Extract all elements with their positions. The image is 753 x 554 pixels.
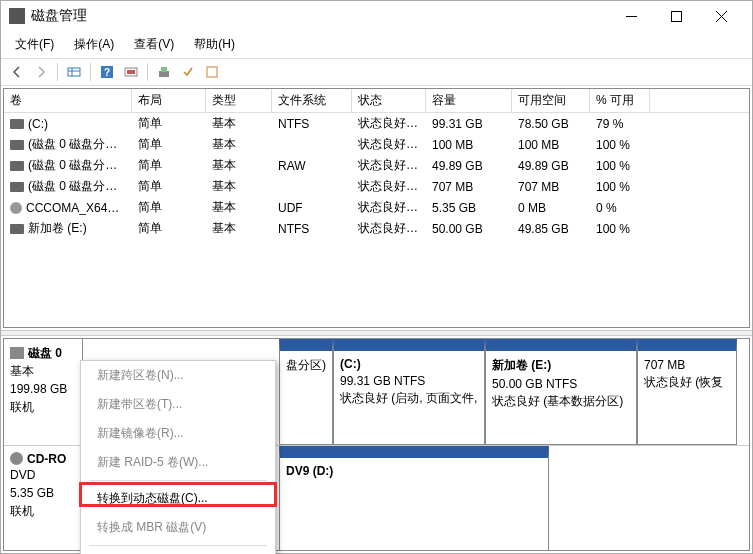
cell: 50.00 GB [426,220,512,238]
drive-icon [10,161,24,171]
cell: 707 MB [426,178,512,196]
volume-row[interactable]: (C:)简单基本NTFS状态良好 (...99.31 GB78.50 GB79 … [4,113,749,134]
cell: CCCOMA_X64FR... [4,199,132,217]
partition[interactable]: DV9 (D:) [279,446,549,551]
cell: 状态良好 (... [352,218,426,239]
menu-item-1[interactable]: 操作(A) [64,33,124,56]
minimize-button[interactable] [609,2,654,30]
action2-button[interactable] [201,62,223,82]
partition[interactable]: 盘分区) [279,339,333,445]
cell: 简单 [132,197,206,218]
drive-icon [10,224,24,234]
cell: 79 % [590,115,650,133]
cell: 0 % [590,199,650,217]
disk-info[interactable]: CD-RODVD5.35 GB联机 [4,446,83,551]
menu-item-3[interactable]: 帮助(H) [184,33,245,56]
cell: 基本 [206,197,272,218]
menu-item-2[interactable]: 查看(V) [124,33,184,56]
context-item: 新建镜像卷(R)... [81,419,275,448]
context-separator [89,545,267,546]
volume-row[interactable]: (磁盘 0 磁盘分区 6)简单基本状态良好 (...707 MB707 MB10… [4,176,749,197]
context-menu: 新建跨区卷(N)...新建带区卷(T)...新建镜像卷(R)...新建 RAID… [80,360,276,554]
column-header[interactable]: 文件系统 [272,89,352,112]
volume-list[interactable]: (C:)简单基本NTFS状态良好 (...99.31 GB78.50 GB79 … [4,113,749,327]
disk-icon [10,347,24,359]
cell: 100 % [590,136,650,154]
cell: 新加卷 (E:) [4,218,132,239]
cell [272,185,352,189]
svg-rect-0 [672,11,682,21]
cell: 707 MB [512,178,590,196]
menu-item-0[interactable]: 文件(F) [5,33,64,56]
toolbar: ? [1,58,752,86]
svg-rect-1 [68,68,80,76]
volume-row[interactable]: CCCOMA_X64FR...简单基本UDF状态良好 (...5.35 GB0 … [4,197,749,218]
cell: 简单 [132,176,206,197]
volume-row[interactable]: (磁盘 0 磁盘分区 1)简单基本状态良好 (...100 MB100 MB10… [4,134,749,155]
column-header[interactable]: 可用空间 [512,89,590,112]
cell: (磁盘 0 磁盘分区 3) [4,155,132,176]
cell: (磁盘 0 磁盘分区 1) [4,134,132,155]
context-item: 新建跨区卷(N)... [81,361,275,390]
app-icon [9,8,25,24]
cd-icon [10,452,23,465]
maximize-button[interactable] [654,2,699,30]
back-button[interactable] [6,62,28,82]
partition[interactable]: (C:)99.31 GB NTFS状态良好 (启动, 页面文件, [333,339,485,445]
cell: 99.31 GB [426,115,512,133]
svg-rect-7 [127,70,135,74]
context-item[interactable]: 转换到动态磁盘(C)... [81,484,275,513]
cell [272,143,352,147]
refresh-button[interactable] [120,62,142,82]
column-header[interactable]: 卷 [4,89,132,112]
cell: 基本 [206,113,272,134]
cell: 状态良好 (... [352,113,426,134]
volume-row[interactable]: (磁盘 0 磁盘分区 3)简单基本RAW状态良好 (...49.89 GB49.… [4,155,749,176]
partition[interactable]: 新加卷 (E:)50.00 GB NTFS状态良好 (基本数据分区) [485,339,637,445]
column-header[interactable]: 容量 [426,89,512,112]
cell: 简单 [132,218,206,239]
cell: 100 % [590,157,650,175]
close-button[interactable] [699,2,744,30]
column-header[interactable]: 类型 [206,89,272,112]
cell: 49.89 GB [512,157,590,175]
settings-button[interactable] [153,62,175,82]
context-item: 新建带区卷(T)... [81,390,275,419]
context-item: 脱机(O) [81,549,275,554]
disk-info[interactable]: 磁盘 0基本199.98 GB联机 [4,339,83,445]
svg-rect-10 [207,67,217,77]
disk-bar: DV9 (D:) [279,446,749,551]
column-header[interactable]: % 可用 [590,89,650,112]
drive-icon [10,119,24,129]
cell: NTFS [272,115,352,133]
cell: 状态良好 (... [352,197,426,218]
cell: 5.35 GB [426,199,512,217]
menubar: 文件(F)操作(A)查看(V)帮助(H) [1,31,752,58]
cell: 状态良好 (... [352,176,426,197]
forward-button[interactable] [30,62,52,82]
column-header[interactable]: 布局 [132,89,206,112]
volume-row[interactable]: 新加卷 (E:)简单基本NTFS状态良好 (...50.00 GB49.85 G… [4,218,749,239]
context-separator [89,480,267,481]
cell: (C:) [4,115,132,133]
cell: 简单 [132,113,206,134]
view-button[interactable] [63,62,85,82]
cell: UDF [272,199,352,217]
svg-rect-9 [161,67,167,72]
cell: 100 MB [512,136,590,154]
cell: 49.85 GB [512,220,590,238]
action1-button[interactable] [177,62,199,82]
context-item: 转换成 MBR 磁盘(V) [81,513,275,542]
help-button[interactable]: ? [96,62,118,82]
column-header[interactable]: 状态 [352,89,426,112]
cell: 简单 [132,134,206,155]
drive-icon [10,182,24,192]
window-title: 磁盘管理 [31,7,609,25]
pane-divider[interactable] [1,330,752,336]
cell: 状态良好 (... [352,155,426,176]
disk-bar: 盘分区)(C:)99.31 GB NTFS状态良好 (启动, 页面文件,新加卷 … [279,339,749,445]
partition[interactable]: 707 MB状态良好 (恢复 [637,339,737,445]
cell: 基本 [206,155,272,176]
cell: 100 MB [426,136,512,154]
cell: 100 % [590,220,650,238]
